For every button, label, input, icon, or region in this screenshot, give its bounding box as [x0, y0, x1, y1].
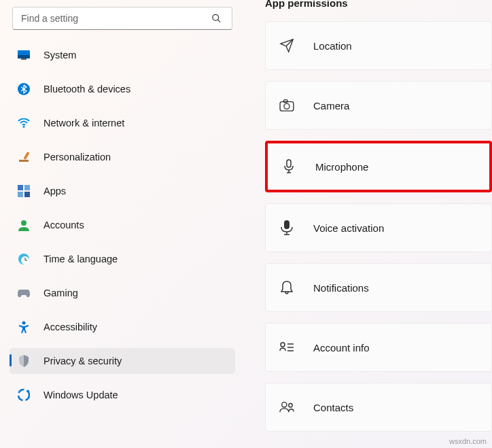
permission-item-notifications[interactable]: Notifications — [265, 263, 492, 312]
contacts-icon — [279, 400, 294, 415]
svg-point-6 — [23, 126, 25, 128]
sidebar-item-system[interactable]: System — [10, 42, 235, 68]
account-info-icon — [279, 340, 294, 355]
svg-point-21 — [284, 103, 289, 109]
sidebar-item-label: System — [43, 50, 76, 61]
sidebar-item-label: Gaming — [43, 288, 78, 298]
bluetooth-icon — [18, 83, 30, 95]
permission-item-account-info[interactable]: Account info — [265, 323, 492, 372]
permission-item-location[interactable]: Location — [265, 21, 492, 70]
time-language-icon — [18, 253, 30, 265]
microphone-icon — [281, 159, 296, 174]
svg-rect-7 — [23, 152, 29, 160]
voice-activation-icon — [279, 220, 294, 235]
accessibility-icon — [18, 321, 30, 333]
svg-rect-22 — [284, 100, 287, 103]
permission-label: Notifications — [313, 282, 369, 294]
svg-rect-23 — [287, 160, 291, 167]
sidebar-item-label: Time & language — [43, 254, 118, 264]
svg-point-18 — [22, 322, 26, 325]
sidebar-item-bluetooth[interactable]: Bluetooth & devices — [10, 76, 235, 102]
apps-icon — [18, 185, 30, 197]
permission-label: Contacts — [313, 402, 353, 413]
svg-rect-26 — [284, 220, 289, 229]
notifications-icon — [279, 280, 294, 295]
sidebar-item-apps[interactable]: Apps — [10, 178, 235, 204]
sidebar-item-accessibility[interactable]: Accessibility — [10, 314, 235, 340]
permission-label: Account info — [313, 342, 370, 354]
svg-rect-11 — [18, 192, 23, 197]
location-icon — [279, 38, 294, 53]
sidebar-item-privacy-security[interactable]: Privacy & security — [10, 348, 235, 374]
permission-label: Camera — [313, 100, 349, 111]
sidebar-item-label: Accessibility — [43, 322, 97, 332]
sidebar-nav: System Bluetooth & devices Network & int… — [10, 42, 235, 408]
permission-label: Voice activation — [313, 222, 384, 234]
gaming-icon — [18, 287, 30, 299]
svg-rect-12 — [24, 192, 30, 197]
permission-label: Location — [313, 40, 352, 52]
permission-item-voice-activation[interactable]: Voice activation — [265, 203, 492, 252]
sidebar-item-label: Accounts — [43, 220, 84, 230]
sidebar-item-label: Windows Update — [43, 390, 118, 400]
permission-item-contacts[interactable]: Contacts — [265, 383, 492, 432]
sidebar-item-network[interactable]: Network & internet — [10, 110, 235, 136]
section-title: App permissions — [265, 0, 492, 9]
svg-rect-9 — [18, 185, 23, 190]
watermark: wsxdn.com — [449, 437, 487, 445]
permission-item-camera[interactable]: Camera — [265, 81, 492, 130]
windows-update-icon — [18, 389, 30, 401]
sidebar-item-personalization[interactable]: Personalization — [10, 144, 235, 170]
svg-point-34 — [289, 404, 293, 408]
search-input[interactable] — [12, 7, 232, 30]
permission-label: Microphone — [315, 161, 368, 173]
sidebar-item-label: Privacy & security — [43, 356, 122, 366]
search-container — [12, 7, 232, 30]
svg-point-29 — [281, 343, 285, 347]
privacy-security-icon — [18, 355, 30, 367]
svg-point-13 — [21, 220, 27, 226]
sidebar-item-time-language[interactable]: Time & language — [10, 246, 235, 272]
sidebar-item-label: Personalization — [43, 152, 111, 162]
sidebar-item-accounts[interactable]: Accounts — [10, 212, 235, 238]
svg-point-33 — [282, 402, 287, 407]
svg-rect-10 — [24, 185, 30, 190]
sidebar-item-windows-update[interactable]: Windows Update — [10, 382, 235, 408]
sidebar-item-label: Bluetooth & devices — [43, 84, 130, 94]
system-icon — [18, 49, 30, 61]
network-icon — [18, 117, 30, 129]
sidebar-item-label: Network & internet — [43, 118, 124, 128]
personalization-icon — [18, 151, 30, 163]
svg-rect-8 — [19, 160, 29, 162]
accounts-icon — [18, 219, 30, 231]
permission-item-microphone[interactable]: Microphone — [265, 141, 492, 192]
permissions-list: Location Camera Microphone Voice activat… — [265, 21, 492, 432]
sidebar-item-gaming[interactable]: Gaming — [10, 280, 235, 306]
sidebar-item-label: Apps — [43, 186, 66, 196]
svg-rect-4 — [21, 58, 27, 60]
svg-rect-3 — [18, 55, 30, 58]
camera-icon — [279, 98, 294, 113]
